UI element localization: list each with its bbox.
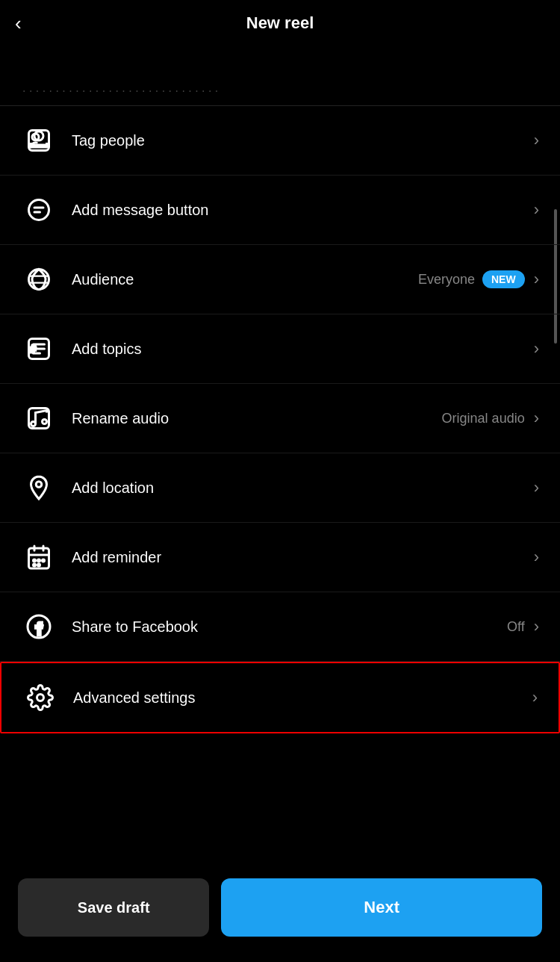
svg-rect-1 bbox=[30, 145, 48, 147]
location-icon bbox=[21, 470, 57, 506]
menu-item-tag-people[interactable]: Tag people › bbox=[0, 106, 560, 176]
settings-icon bbox=[22, 680, 58, 716]
menu-item-audience[interactable]: Audience Everyone NEW › bbox=[0, 245, 560, 314]
bottom-bar: Save draft Next bbox=[0, 863, 560, 962]
scroll-hint-text: · · · · · · · · · · · · · · · · · · · · … bbox=[22, 84, 218, 98]
svg-point-10 bbox=[43, 420, 47, 424]
svg-point-14 bbox=[38, 559, 40, 562]
menu-item-advanced-settings[interactable]: Advanced settings › bbox=[0, 662, 560, 733]
share-facebook-label: Share to Facebook bbox=[72, 618, 507, 636]
add-location-label: Add location bbox=[72, 480, 534, 497]
svg-point-13 bbox=[34, 559, 36, 562]
save-draft-button[interactable]: Save draft bbox=[18, 878, 209, 937]
svg-point-19 bbox=[37, 695, 44, 701]
topics-icon: # bbox=[21, 331, 57, 367]
rename-audio-label: Rename audio bbox=[72, 410, 442, 427]
audio-icon bbox=[21, 400, 57, 436]
tag-people-chevron: › bbox=[534, 131, 539, 150]
audience-chevron: › bbox=[534, 270, 539, 289]
advanced-settings-label: Advanced settings bbox=[73, 689, 532, 707]
svg-point-9 bbox=[31, 422, 36, 426]
rename-audio-chevron: › bbox=[534, 409, 539, 428]
add-reminder-chevron: › bbox=[534, 547, 539, 567]
menu-list: Tag people › Add message button › Audien… bbox=[0, 106, 560, 733]
add-reminder-label: Add reminder bbox=[72, 549, 534, 566]
advanced-settings-chevron: › bbox=[532, 688, 538, 707]
add-location-chevron: › bbox=[534, 478, 539, 497]
menu-item-rename-audio[interactable]: Rename audio Original audio › bbox=[0, 384, 560, 453]
new-badge: NEW bbox=[482, 270, 525, 288]
add-message-label: Add message button bbox=[72, 202, 534, 219]
svg-point-4 bbox=[29, 200, 49, 220]
svg-point-11 bbox=[36, 482, 42, 488]
add-topics-chevron: › bbox=[534, 339, 539, 359]
share-facebook-chevron: › bbox=[534, 617, 539, 636]
add-message-chevron: › bbox=[534, 200, 539, 220]
audience-icon bbox=[21, 261, 57, 297]
back-button[interactable]: ‹ bbox=[15, 12, 22, 35]
menu-item-add-location[interactable]: Add location › bbox=[0, 453, 560, 523]
menu-item-share-facebook[interactable]: Share to Facebook Off › bbox=[0, 592, 560, 662]
tag-people-label: Tag people bbox=[72, 132, 534, 149]
page-title: New reel bbox=[246, 13, 314, 33]
share-facebook-value: Off bbox=[507, 619, 525, 635]
audience-label: Audience bbox=[72, 271, 418, 288]
rename-audio-value: Original audio bbox=[442, 411, 525, 426]
next-button[interactable]: Next bbox=[221, 878, 542, 937]
tag-people-icon bbox=[21, 122, 57, 158]
menu-item-add-message[interactable]: Add message button › bbox=[0, 176, 560, 245]
add-topics-label: Add topics bbox=[72, 341, 534, 358]
menu-item-add-topics[interactable]: # Add topics › bbox=[0, 314, 560, 384]
facebook-icon bbox=[21, 609, 57, 645]
message-icon bbox=[21, 192, 57, 228]
scroll-hint-area: · · · · · · · · · · · · · · · · · · · · … bbox=[0, 46, 560, 106]
reminder-icon bbox=[21, 539, 57, 575]
svg-point-17 bbox=[38, 564, 40, 566]
svg-text:#: # bbox=[30, 342, 37, 355]
svg-point-15 bbox=[43, 559, 45, 562]
audience-value: Everyone NEW bbox=[418, 270, 525, 288]
menu-item-add-reminder[interactable]: Add reminder › bbox=[0, 523, 560, 592]
header: ‹ New reel bbox=[0, 0, 560, 46]
svg-point-16 bbox=[34, 564, 36, 566]
